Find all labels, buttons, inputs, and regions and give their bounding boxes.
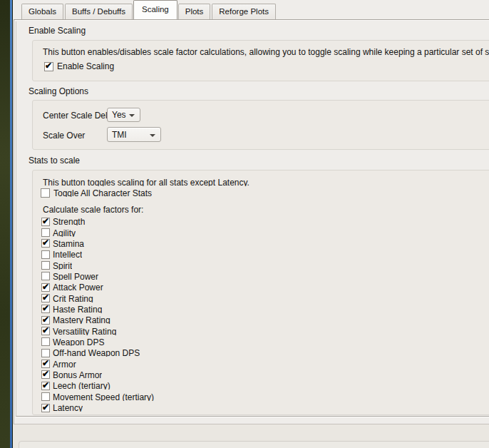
stat-label: Latency	[53, 404, 83, 412]
groupbox-enable-scaling: This button enables/disables scale facto…	[32, 40, 489, 81]
stat-checkbox-row: ✔Crit Rating	[41, 292, 154, 303]
groupbox-title-enable-scaling: Enable Scaling	[29, 26, 86, 36]
checkbox[interactable]: ✔	[41, 327, 50, 335]
stat-checkbox-row: Spell Power	[41, 271, 154, 282]
scale-over-dropdown[interactable]: TMI	[107, 127, 161, 142]
stat-label: Spell Power	[53, 273, 98, 280]
checkbox[interactable]: ✔	[41, 370, 50, 379]
stat-checkbox-row: ✔Mastery Rating	[41, 315, 154, 325]
center-scale-delta-label: Center Scale Delta	[43, 111, 115, 121]
stats-checkbox-list: ✔StrengthAgility✔StaminaIntellectSpiritS…	[41, 216, 154, 413]
check-icon: ✔	[42, 380, 49, 390]
scale-over-value: TMI	[112, 130, 127, 140]
checkbox[interactable]: ✔	[41, 283, 50, 292]
checkbox[interactable]	[41, 250, 50, 259]
stat-label: Mastery Rating	[53, 316, 110, 324]
tab-scaling[interactable]: Scaling	[133, 0, 177, 19]
checkbox[interactable]: ✔	[41, 404, 50, 412]
options-content: GlobalsBuffs / DebuffsScalingPlotsReforg…	[13, 0, 489, 448]
center-scale-delta-value: Yes	[112, 110, 126, 120]
stat-checkbox-row: ✔Versatility Rating	[41, 325, 154, 336]
check-icon: ✔	[42, 402, 49, 412]
stat-checkbox-row: Intellect	[41, 249, 154, 260]
stat-checkbox-row: ✔Armor	[41, 358, 154, 369]
check-icon: ✔	[42, 292, 49, 302]
check-icon: ✔	[42, 282, 49, 292]
tab-bar: GlobalsBuffs / DebuffsScalingPlotsReforg…	[13, 0, 489, 19]
stat-checkbox-row: ✔Attack Power	[41, 282, 154, 292]
stat-checkbox-row: ✔Strength	[41, 216, 154, 227]
checkbox[interactable]: ✔	[41, 305, 50, 313]
checkbox[interactable]	[41, 272, 50, 280]
checkbox[interactable]: ✔	[41, 218, 50, 226]
stat-checkbox-row: ✔Leech (tertiary)	[41, 380, 154, 391]
stat-label: Versatility Rating	[53, 327, 116, 335]
check-icon: ✔	[42, 369, 49, 379]
dropdown-arrow-icon	[150, 134, 155, 137]
stat-checkbox-row: Weapon DPS	[41, 337, 154, 347]
stat-label: Attack Power	[53, 283, 103, 291]
stat-label: Strength	[53, 218, 85, 225]
stat-label: Off-hand Weapon DPS	[53, 349, 140, 357]
check-icon: ✔	[42, 315, 49, 325]
stat-checkbox-row: ✔Latency	[41, 402, 154, 413]
checkbox[interactable]	[41, 228, 50, 237]
toggle-all-checkbox[interactable]	[41, 188, 50, 198]
enable-scaling-label: Enable Scaling	[57, 61, 114, 71]
stat-label: Intellect	[53, 250, 82, 258]
checkbox[interactable]	[41, 261, 50, 270]
stat-label: Movement Speed (tertiary)	[53, 393, 154, 401]
tab-globals[interactable]: Globals	[21, 4, 63, 19]
checkbox[interactable]: ✔	[41, 239, 50, 248]
stat-checkbox-row: Movement Speed (tertiary)	[41, 392, 154, 402]
checkbox[interactable]: ✔	[41, 360, 50, 368]
stat-checkbox-row: ✔Bonus Armor	[41, 370, 154, 380]
stat-label: Armor	[53, 360, 76, 368]
scroll-area[interactable]: Enable Scaling This button enables/disab…	[16, 21, 489, 417]
lower-area	[13, 424, 489, 448]
toggle-all-row: Toggle All Character Stats	[41, 188, 152, 198]
toggle-all-label: Toggle All Character Stats	[53, 189, 152, 197]
stat-label: Haste Rating	[53, 305, 102, 313]
stats-list-caption: Calculate scale factors for:	[43, 205, 143, 213]
check-icon: ✔	[42, 216, 49, 226]
app-window: GlobalsBuffs / DebuffsScalingPlotsReforg…	[0, 0, 489, 448]
scale-over-label: Scale Over	[43, 131, 85, 141]
groupbox-stats-to-scale: This button toggles scaling for all stat…	[32, 170, 489, 415]
stat-checkbox-row: ✔Haste Rating	[41, 304, 154, 315]
checkbox[interactable]	[41, 392, 50, 401]
checkbox[interactable]	[41, 349, 50, 357]
checkbox[interactable]: ✔	[41, 294, 50, 302]
tab-pane: Enable Scaling This button enables/disab…	[14, 19, 489, 424]
tab-buffs-debuffs[interactable]: Buffs / Debuffs	[65, 4, 133, 19]
dropdown-arrow-icon	[129, 114, 135, 117]
stat-label: Leech (tertiary)	[53, 382, 110, 390]
check-icon: ✔	[42, 238, 49, 248]
stat-label: Spirit	[53, 262, 72, 270]
stat-checkbox-row: Off-hand Weapon DPS	[41, 347, 154, 358]
enable-scaling-checkbox[interactable]: ✔	[44, 62, 53, 71]
tab-plots[interactable]: Plots	[178, 4, 211, 19]
stat-label: Crit Rating	[53, 295, 93, 302]
groupbox-title-stats-to-scale: Stats to scale	[29, 156, 80, 166]
stats-description: This button toggles scaling for all stat…	[43, 178, 249, 186]
tab-reforge-plots[interactable]: Reforge Plots	[212, 4, 276, 19]
stat-checkbox-row: Spirit	[41, 260, 154, 270]
stat-label: Weapon DPS	[53, 338, 105, 346]
check-icon: ✔	[42, 303, 49, 313]
stat-checkbox-row: ✔Stamina	[41, 238, 154, 249]
checkbox[interactable]: ✔	[41, 382, 50, 390]
stat-label: Stamina	[53, 240, 84, 248]
groupbox-title-scaling-options: Scaling Options	[29, 86, 88, 96]
desktop-background	[0, 0, 10, 448]
groupbox-scaling-options: Center Scale Delta Yes Scale Over TMI	[32, 100, 489, 150]
stat-checkbox-row: Agility	[41, 227, 154, 238]
center-scale-delta-dropdown[interactable]: Yes	[107, 108, 140, 122]
checkbox[interactable]	[41, 337, 50, 346]
stat-label: Agility	[53, 229, 76, 237]
lower-panel	[19, 441, 489, 448]
check-icon: ✔	[42, 358, 49, 368]
check-icon: ✔	[42, 325, 49, 335]
check-icon: ✔	[45, 61, 52, 71]
checkbox[interactable]: ✔	[41, 316, 50, 325]
